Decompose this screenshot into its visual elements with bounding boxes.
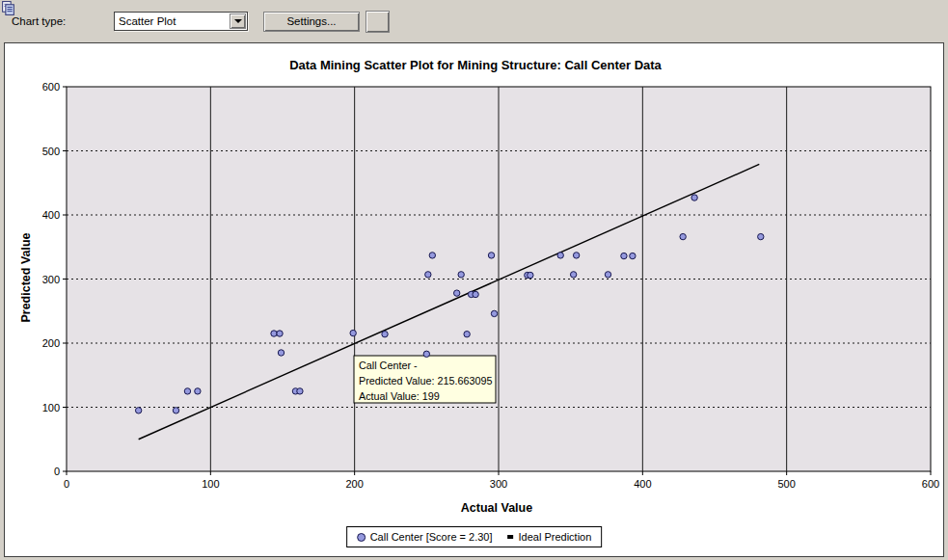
tooltip: Call Center - Predicted Value: 215.66309… [354, 356, 496, 403]
scatter-plot: Data Mining Scatter Plot for Mining Stru… [5, 43, 943, 556]
data-point[interactable] [464, 331, 470, 336]
tooltip-line-1: Call Center - [359, 360, 418, 371]
data-point[interactable] [758, 233, 764, 239]
y-tick-label: 0 [54, 466, 60, 477]
copy-icon [0, 0, 16, 16]
data-point[interactable] [278, 350, 284, 356]
data-point[interactable] [557, 253, 563, 258]
data-point[interactable] [277, 331, 283, 336]
data-point[interactable] [453, 290, 459, 296]
data-point[interactable] [528, 272, 533, 278]
y-tick-label: 200 [42, 337, 60, 349]
dropdown-arrow-icon[interactable] [230, 13, 246, 29]
data-point[interactable] [491, 310, 497, 316]
x-tick-label: 600 [922, 478, 939, 490]
x-tick-label: 500 [777, 478, 795, 490]
data-point[interactable] [350, 330, 356, 335]
data-point[interactable] [473, 291, 478, 297]
plot-grid: 01002003004005006000100200300400500600 [42, 81, 940, 490]
y-tick-label: 100 [42, 402, 60, 413]
chart-panel: Data Mining Scatter Plot for Mining Stru… [4, 42, 944, 557]
legend-item-call-center: Call Center [Score = 2.30] [357, 531, 493, 543]
data-point[interactable] [605, 272, 610, 278]
x-tick-label: 100 [202, 478, 219, 490]
tooltip-line-3: Actual Value: 199 [359, 390, 440, 402]
data-point[interactable] [195, 388, 201, 394]
chart-type-label: Chart type: [12, 15, 114, 27]
y-tick-label: 300 [42, 274, 60, 285]
copy-button[interactable] [366, 11, 390, 33]
y-axis-title: Predicted Value [19, 232, 33, 322]
x-tick-label: 200 [345, 478, 363, 490]
data-point[interactable] [271, 331, 277, 336]
data-point[interactable] [630, 253, 636, 258]
legend-label-ideal-prediction: Ideal Prediction [519, 531, 592, 543]
tooltip-line-2: Predicted Value: 215.663095 [359, 375, 492, 387]
scatter-marker-icon [357, 533, 366, 542]
chart-title: Data Mining Scatter Plot for Mining Stru… [289, 58, 662, 72]
data-point[interactable] [680, 233, 686, 239]
x-tick-label: 0 [64, 478, 69, 490]
settings-button[interactable]: Settings... [263, 12, 360, 32]
line-marker-icon [508, 535, 514, 539]
x-tick-label: 300 [490, 478, 507, 490]
data-point[interactable] [135, 408, 141, 413]
toolbar: Chart type: Scatter Plot Settings... [0, 0, 948, 42]
data-point[interactable] [429, 253, 435, 258]
legend-label-call-center: Call Center [Score = 2.30] [370, 531, 493, 543]
data-point[interactable] [691, 195, 697, 200]
x-tick-label: 400 [634, 478, 651, 490]
data-point[interactable] [425, 272, 431, 278]
data-point[interactable] [382, 331, 388, 336]
data-point[interactable] [423, 351, 429, 357]
y-tick-label: 500 [42, 146, 60, 157]
data-point[interactable] [458, 272, 464, 278]
data-point[interactable] [297, 388, 303, 394]
data-point[interactable] [173, 408, 178, 413]
chart-type-dropdown[interactable]: Scatter Plot [114, 12, 248, 31]
y-tick-label: 400 [42, 209, 60, 221]
data-point[interactable] [621, 253, 627, 258]
x-axis-title: Actual Value [461, 501, 532, 515]
settings-button-label: Settings... [286, 15, 336, 27]
data-point[interactable] [573, 253, 579, 258]
data-point[interactable] [570, 272, 576, 278]
y-tick-label: 600 [42, 81, 60, 93]
data-point[interactable] [488, 253, 494, 258]
chart-type-dropdown-value: Scatter Plot [115, 15, 230, 27]
data-point[interactable] [184, 388, 190, 394]
legend-item-ideal-prediction: Ideal Prediction [508, 531, 592, 543]
chart-legend: Call Center [Score = 2.30] Ideal Predict… [346, 526, 603, 547]
